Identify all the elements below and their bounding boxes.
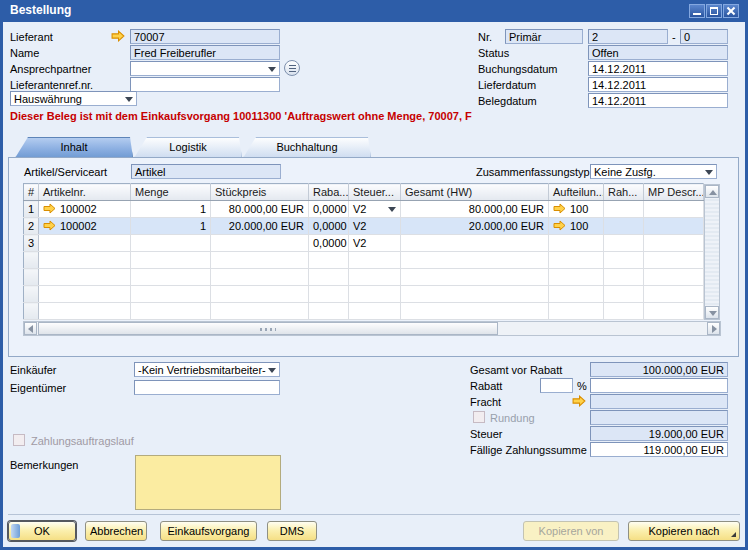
scroll-up-button[interactable] [705, 185, 719, 198]
fracht-label: Fracht [470, 396, 501, 409]
cell-stueckpreis[interactable] [211, 235, 309, 252]
cell-steuer[interactable]: V2 [349, 201, 401, 218]
bestellung-window: Bestellung Lieferant 70007 Name Fred Fre… [0, 0, 748, 550]
chevron-down-icon [388, 207, 396, 212]
close-button[interactable] [723, 4, 739, 18]
scroll-left-button[interactable] [24, 322, 37, 335]
cell-stueckpreis[interactable]: 20.000,00 EUR [211, 218, 309, 235]
cell-rabatt[interactable]: 0,0000 [309, 235, 349, 252]
scroll-down-button[interactable] [705, 306, 719, 319]
kopieren-nach-button[interactable]: Kopieren nach [628, 521, 740, 541]
cell-stueckpreis[interactable]: 80.000,00 EUR [211, 201, 309, 218]
nr-suffix-field: 0 [680, 29, 728, 44]
nr-label: Nr. [478, 31, 492, 44]
eigentuemer-input[interactable] [134, 380, 280, 395]
ok-button[interactable]: OK [8, 521, 76, 541]
col-header-aufteilung: Aufteilun... [549, 184, 604, 201]
lieferdatum-input[interactable]: 14.12.2011 [588, 77, 728, 92]
tab-inhalt[interactable]: Inhalt [15, 137, 133, 158]
table-row-empty [24, 269, 704, 286]
buchungsdatum-input[interactable]: 14.12.2011 [588, 61, 728, 76]
link-arrow-icon[interactable] [43, 203, 56, 214]
dropdown-corner-icon [731, 532, 736, 537]
minimize-button[interactable] [689, 4, 705, 18]
cell-gesamt[interactable]: 80.000,00 EUR [401, 201, 549, 218]
table-row-selected: 2 100002 1 20.000,00 EUR 0,0000 V2 20.00… [24, 218, 704, 235]
zusammenfassungstyp-combo[interactable]: Keine Zusfg. [590, 164, 717, 179]
cell-aufteilung[interactable]: 100 [549, 218, 604, 235]
cell-rabatt[interactable]: 0,0000 [309, 218, 349, 235]
row-number[interactable]: 2 [24, 218, 39, 235]
table-row: 1 100002 1 80.000,00 EUR 0,0000 V2 80.00… [24, 201, 704, 218]
cell-artikelnr[interactable]: 100002 [39, 201, 131, 218]
cell-steuer[interactable]: V2 [349, 235, 401, 252]
cell-aufteilung[interactable]: 100 [549, 201, 604, 218]
rabatt-amount-input[interactable] [590, 378, 728, 393]
cell-rabatt[interactable]: 0,0000 [309, 201, 349, 218]
lieferant-label: Lieferant [10, 31, 53, 44]
chevron-down-icon [705, 170, 713, 175]
col-header-mp-descr: MP Descr... [644, 184, 704, 201]
scrollbar-thumb[interactable] [38, 322, 498, 335]
abbrechen-button[interactable]: Abbrechen [85, 521, 147, 541]
col-header-rabatt: Raba... [309, 184, 349, 201]
link-arrow-icon[interactable] [553, 220, 566, 231]
scroll-right-button[interactable] [707, 322, 720, 335]
cell-artikelnr[interactable]: 100002 [39, 218, 131, 235]
lieferantenref-input[interactable] [130, 77, 280, 92]
cell-rahmen[interactable] [604, 235, 644, 252]
rabatt-percent-input[interactable] [540, 378, 573, 393]
cell-gesamt[interactable] [401, 235, 549, 252]
belegdatum-input[interactable]: 14.12.2011 [588, 93, 728, 108]
focus-stripe [11, 524, 20, 538]
bemerkungen-label: Bemerkungen [10, 459, 79, 472]
rundung-field [590, 410, 728, 425]
gesamt-vor-rabatt-label: Gesamt vor Rabatt [470, 364, 562, 377]
cell-mp-descr[interactable] [644, 201, 704, 218]
name-field: Fred Freiberufler [130, 45, 280, 60]
table-row-empty [24, 286, 704, 303]
minimize-icon [693, 13, 701, 15]
einkaeufer-combo[interactable]: -Kein Vertriebsmitarbeiter- [134, 362, 280, 377]
contact-list-icon[interactable] [284, 60, 300, 76]
einkaufsvorgang-button[interactable]: Einkaufsvorgang [160, 521, 257, 541]
cell-menge[interactable] [131, 235, 211, 252]
footer-divider [8, 514, 740, 515]
cell-rahmen[interactable] [604, 218, 644, 235]
cell-steuer[interactable]: V2 [349, 218, 401, 235]
row-number[interactable]: 1 [24, 201, 39, 218]
maximize-button[interactable] [706, 4, 722, 18]
cell-rahmen[interactable] [604, 201, 644, 218]
col-header-artikelnr: Artikelnr. [39, 184, 131, 201]
vertical-scrollbar[interactable] [704, 184, 720, 320]
horizontal-scrollbar[interactable] [23, 321, 721, 336]
link-arrow-icon[interactable] [43, 220, 56, 231]
link-arrow-icon[interactable] [111, 30, 125, 42]
zusammenfassungstyp-label: Zusammenfassungstyp [476, 166, 590, 179]
tab-logistik[interactable]: Logistik [134, 137, 242, 158]
name-label: Name [10, 47, 39, 60]
tab-buchhaltung[interactable]: Buchhaltung [243, 137, 371, 158]
belegdatum-label: Belegdatum [478, 95, 537, 108]
col-header-num: # [24, 184, 39, 201]
cell-aufteilung[interactable] [549, 235, 604, 252]
ansprechpartner-label: Ansprechpartner [10, 63, 91, 76]
row-number[interactable]: 3 [24, 235, 39, 252]
ansprechpartner-combo[interactable] [130, 61, 280, 76]
einkaeufer-label: Einkäufer [10, 364, 56, 377]
link-arrow-icon[interactable] [572, 395, 586, 407]
table-row-empty [24, 303, 704, 320]
cell-gesamt[interactable]: 20.000,00 EUR [401, 218, 549, 235]
faellige-zahlungssumme-input[interactable]: 119.000,00 EUR [590, 442, 728, 457]
dms-button[interactable]: DMS [267, 521, 317, 541]
waehrung-combo[interactable]: Hauswährung [10, 91, 137, 106]
zahlungsauftragslauf-label: Zahlungsauftragslauf [31, 435, 134, 448]
link-arrow-icon[interactable] [553, 203, 566, 214]
cell-artikelnr[interactable] [39, 235, 131, 252]
cell-menge[interactable]: 1 [131, 218, 211, 235]
nr-number-field: 2 [588, 29, 668, 44]
bemerkungen-textarea[interactable] [135, 455, 281, 510]
cell-menge[interactable]: 1 [131, 201, 211, 218]
cell-mp-descr[interactable] [644, 235, 704, 252]
cell-mp-descr[interactable] [644, 218, 704, 235]
